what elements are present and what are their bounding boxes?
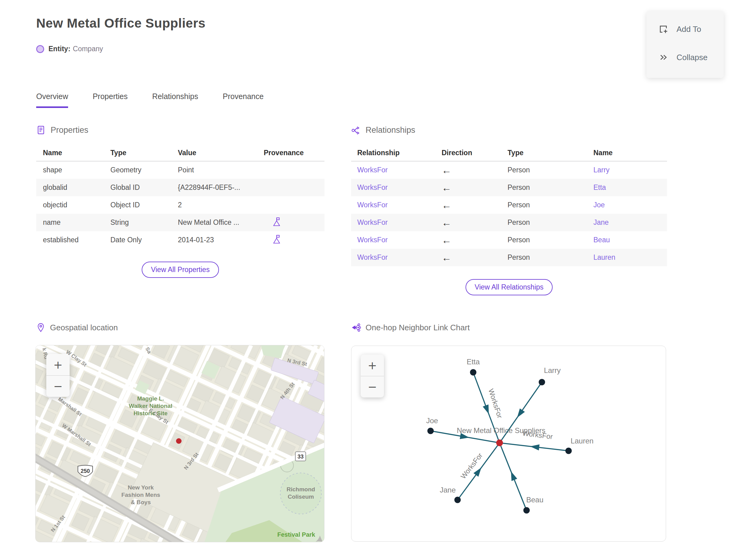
link-chart[interactable]: WorksForWorksForWorksForEttaLarryJoeLaur… <box>351 346 666 542</box>
relationship-type: Person <box>508 183 593 192</box>
relationship-name-link[interactable]: Lauren <box>593 253 667 262</box>
graph-node-label: Lauren <box>571 437 594 445</box>
svg-text:Coliseum: Coliseum <box>288 493 314 500</box>
collapse-button[interactable]: Collapse <box>646 47 724 68</box>
col-type: Type <box>110 149 178 157</box>
svg-text:Historic Site: Historic Site <box>134 410 168 416</box>
graph-node[interactable] <box>565 448 572 454</box>
property-row: globalidGlobal ID{A228944F-0EF5-... <box>36 179 324 196</box>
graph-node-label: Beau <box>526 496 543 504</box>
poi-label-festival-park: Festival Park <box>277 531 315 538</box>
map-canvas: 250 33 k Rd W Clay St Sa Marshall St W M… <box>36 345 324 542</box>
geospatial-map[interactable]: 250 33 k Rd W Clay St Sa Marshall St W M… <box>35 345 324 542</box>
graph-arrowhead <box>530 444 539 451</box>
tab-relationships[interactable]: Relationships <box>152 92 198 108</box>
relationships-icon <box>351 125 361 135</box>
col-name: Name <box>43 149 110 157</box>
entity-type-value: Company <box>73 45 103 53</box>
collapse-label: Collapse <box>677 53 707 62</box>
relationship-type: Person <box>508 201 593 209</box>
relationship-type: Person <box>508 218 593 227</box>
property-row: nameStringNew Metal Office ... <box>36 214 324 231</box>
relationship-name-link[interactable]: Jane <box>593 218 667 227</box>
direction-arrow: ← <box>442 253 508 263</box>
relationship-name-link[interactable]: Beau <box>593 236 667 244</box>
map-zoom-in-button[interactable]: + <box>46 354 70 375</box>
property-row: shapeGeometryPoint <box>36 161 324 179</box>
property-provenance <box>264 217 324 228</box>
graph-node[interactable] <box>470 369 477 376</box>
relationship-row: WorksFor←PersonEtta <box>351 179 667 196</box>
relationship-name-link[interactable]: Larry <box>593 166 667 174</box>
provenance-flag-icon[interactable] <box>272 235 280 244</box>
graph-arrowhead <box>511 471 517 481</box>
location-marker <box>176 438 182 444</box>
graph-node[interactable] <box>427 428 434 434</box>
graph-node-label: Jane <box>440 486 456 494</box>
col-rel-name: Name <box>593 149 667 157</box>
relationship-link[interactable]: WorksFor <box>357 236 442 244</box>
relationship-row: WorksFor←PersonLauren <box>351 249 667 266</box>
view-all-relationships-button[interactable]: View All Relationships <box>466 279 553 295</box>
relationship-link[interactable]: WorksFor <box>357 183 442 192</box>
graph-node[interactable] <box>523 507 530 514</box>
graph-center-node[interactable] <box>496 439 503 446</box>
graph-node-label: Etta <box>467 358 480 366</box>
route-shield-33: 33 <box>295 452 306 461</box>
poi-label-ny-fashion: New York <box>128 484 154 491</box>
link-chart-zoom-out-button[interactable]: − <box>361 376 384 397</box>
property-name: objectid <box>43 201 110 209</box>
relationship-link[interactable]: WorksFor <box>357 166 442 174</box>
relationship-link[interactable]: WorksFor <box>357 218 442 227</box>
property-value: 2 <box>178 201 264 209</box>
graph-arrowhead <box>473 468 481 477</box>
relationship-name-link[interactable]: Etta <box>593 183 667 192</box>
graph-node[interactable] <box>454 497 461 503</box>
relationship-link[interactable]: WorksFor <box>357 253 442 262</box>
relationship-type: Person <box>508 236 593 244</box>
tab-overview[interactable]: Overview <box>36 92 68 108</box>
map-zoom-out-button[interactable]: − <box>46 375 70 397</box>
property-type: String <box>110 218 178 227</box>
view-all-properties-button[interactable]: View All Properties <box>142 262 219 278</box>
property-value: New Metal Office ... <box>178 218 264 227</box>
graph-arrowhead <box>483 405 489 414</box>
property-name: shape <box>43 166 110 174</box>
property-row: establishedDate Only2014-01-23 <box>36 231 324 249</box>
tab-provenance[interactable]: Provenance <box>223 92 263 108</box>
poi-label-maggie: Maggie L. <box>137 395 164 402</box>
tab-bar: Overview Properties Relationships Proven… <box>36 92 264 108</box>
property-type: Object ID <box>110 201 178 209</box>
link-chart-icon <box>351 323 361 332</box>
link-chart-zoom-in-button[interactable]: + <box>361 355 384 376</box>
graph-node-label: Joe <box>426 416 438 425</box>
property-name: established <box>43 236 110 244</box>
properties-icon <box>36 125 46 135</box>
relationship-type: Person <box>508 166 593 174</box>
col-value: Value <box>178 149 264 157</box>
property-value: 2014-01-23 <box>178 236 264 244</box>
properties-section-title: Properties <box>51 125 88 135</box>
relationship-type: Person <box>508 253 593 262</box>
link-chart-canvas: WorksForWorksForWorksForEttaLarryJoeLaur… <box>351 346 666 542</box>
provenance-flag-icon[interactable] <box>272 217 280 226</box>
geospatial-section-title: Geospatial location <box>50 323 118 332</box>
entity-row: Entity: Company <box>36 45 103 53</box>
property-provenance <box>264 235 324 246</box>
add-to-button[interactable]: Add To <box>646 18 724 40</box>
map-zoom-control: + − <box>46 354 70 397</box>
col-provenance: Provenance <box>264 149 324 157</box>
property-type: Global ID <box>110 183 178 192</box>
link-chart-header: One-hop Neighbor Link Chart <box>351 323 470 332</box>
direction-arrow: ← <box>442 218 508 228</box>
poi-label-coliseum: Richmond <box>287 486 315 493</box>
graph-node[interactable] <box>539 379 545 385</box>
svg-text:Fashion Mens: Fashion Mens <box>121 492 160 498</box>
relationship-link[interactable]: WorksFor <box>357 201 442 209</box>
col-direction: Direction <box>442 149 508 157</box>
link-chart-section-title: One-hop Neighbor Link Chart <box>366 323 470 332</box>
entity-type-dot <box>36 45 44 53</box>
col-rel-type: Type <box>508 149 593 157</box>
tab-properties[interactable]: Properties <box>93 92 128 108</box>
relationship-name-link[interactable]: Joe <box>593 201 667 209</box>
